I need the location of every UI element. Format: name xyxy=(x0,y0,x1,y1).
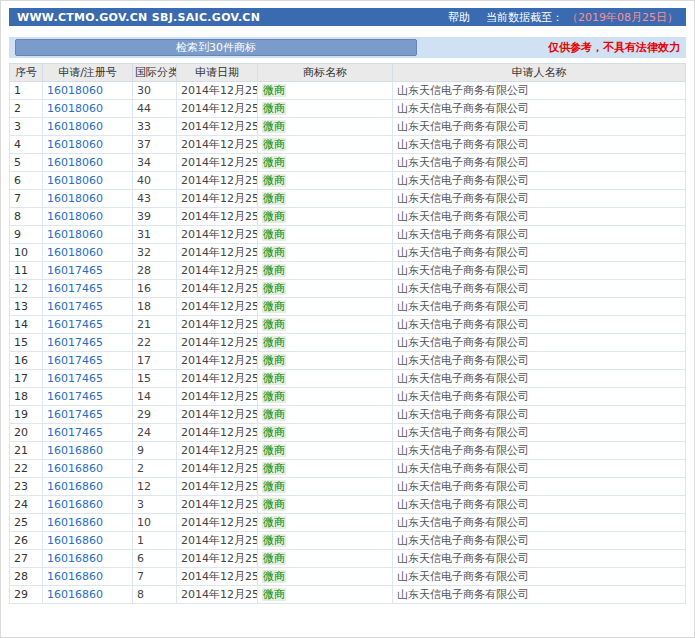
application-date-cell: 2014年12月25日 xyxy=(177,118,258,136)
trademark-name: 微商 xyxy=(262,462,286,475)
applicant-name-cell: 山东天信电子商务有限公司 xyxy=(393,208,686,226)
trademark-name-cell: 微商 xyxy=(258,226,393,244)
results-table: 序号 申请/注册号 国际分类 申请日期 商标名称 申请人名称 1 1601806… xyxy=(9,63,686,604)
table-row: 12 16017465 16 2014年12月25日 微商 山东天信电子商务有限… xyxy=(10,280,686,298)
application-number-cell: 16018060 xyxy=(43,82,133,100)
applicant-name-cell: 山东天信电子商务有限公司 xyxy=(393,118,686,136)
col-header-no: 序号 xyxy=(10,64,43,82)
applicant-name-cell: 山东天信电子商务有限公司 xyxy=(393,370,686,388)
application-date-cell: 2014年12月25日 xyxy=(177,532,258,550)
col-header-intl-class: 国际分类 xyxy=(133,64,177,82)
applicant-name-cell: 山东天信电子商务有限公司 xyxy=(393,424,686,442)
application-number-cell: 16016860 xyxy=(43,550,133,568)
trademark-name-cell: 微商 xyxy=(258,280,393,298)
application-number-link[interactable]: 16018060 xyxy=(47,174,103,187)
application-number-link[interactable]: 16016860 xyxy=(47,570,103,583)
applicant-name-cell: 山东天信电子商务有限公司 xyxy=(393,550,686,568)
help-link[interactable]: 帮助 xyxy=(448,10,470,25)
trademark-name: 微商 xyxy=(262,516,286,529)
application-number-link[interactable]: 16018060 xyxy=(47,246,103,259)
table-row: 18 16017465 14 2014年12月25日 微商 山东天信电子商务有限… xyxy=(10,388,686,406)
application-number-cell: 16018060 xyxy=(43,226,133,244)
row-number-cell: 10 xyxy=(10,244,43,262)
trademark-name: 微商 xyxy=(262,210,286,223)
applicant-name-cell: 山东天信电子商务有限公司 xyxy=(393,442,686,460)
row-number-cell: 24 xyxy=(10,496,43,514)
results-table-body: 1 16018060 30 2014年12月25日 微商 山东天信电子商务有限公… xyxy=(10,82,686,604)
trademark-name-cell: 微商 xyxy=(258,334,393,352)
application-number-link[interactable]: 16016860 xyxy=(47,498,103,511)
application-number-link[interactable]: 16018060 xyxy=(47,120,103,133)
application-number-link[interactable]: 16017465 xyxy=(47,390,103,403)
application-number-link[interactable]: 16016860 xyxy=(47,588,103,601)
trademark-name: 微商 xyxy=(262,84,286,97)
application-number-link[interactable]: 16016860 xyxy=(47,552,103,565)
application-date-cell: 2014年12月25日 xyxy=(177,154,258,172)
application-number-link[interactable]: 16016860 xyxy=(47,516,103,529)
table-row: 27 16016860 6 2014年12月25日 微商 山东天信电子商务有限公… xyxy=(10,550,686,568)
application-number-link[interactable]: 16018060 xyxy=(47,138,103,151)
disclaimer-text: 仅供参考，不具有法律效力 xyxy=(548,40,680,55)
applicant-name-cell: 山东天信电子商务有限公司 xyxy=(393,532,686,550)
application-number-link[interactable]: 16017465 xyxy=(47,426,103,439)
application-number-link[interactable]: 16017465 xyxy=(47,354,103,367)
application-number-link[interactable]: 16017465 xyxy=(47,300,103,313)
application-number-link[interactable]: 16016860 xyxy=(47,480,103,493)
applicant-name-cell: 山东天信电子商务有限公司 xyxy=(393,280,686,298)
intl-class-cell: 14 xyxy=(133,388,177,406)
application-number-link[interactable]: 16016860 xyxy=(47,534,103,547)
trademark-name-cell: 微商 xyxy=(258,244,393,262)
row-number-cell: 23 xyxy=(10,478,43,496)
trademark-name: 微商 xyxy=(262,534,286,547)
applicant-name-cell: 山东天信电子商务有限公司 xyxy=(393,478,686,496)
application-number-link[interactable]: 16017465 xyxy=(47,264,103,277)
trademark-name: 微商 xyxy=(262,300,286,313)
application-number-link[interactable]: 16016860 xyxy=(47,444,103,457)
application-number-cell: 16018060 xyxy=(43,118,133,136)
applicant-name-cell: 山东天信电子商务有限公司 xyxy=(393,352,686,370)
intl-class-cell: 39 xyxy=(133,208,177,226)
applicant-name-cell: 山东天信电子商务有限公司 xyxy=(393,334,686,352)
result-count-button[interactable]: 检索到30件商标 xyxy=(15,39,417,56)
trademark-name: 微商 xyxy=(262,192,286,205)
trademark-name: 微商 xyxy=(262,372,286,385)
application-number-link[interactable]: 16018060 xyxy=(47,102,103,115)
application-number-link[interactable]: 16017465 xyxy=(47,372,103,385)
trademark-name: 微商 xyxy=(262,120,286,133)
application-number-cell: 16017465 xyxy=(43,406,133,424)
intl-class-cell: 12 xyxy=(133,478,177,496)
trademark-name-cell: 微商 xyxy=(258,118,393,136)
application-number-cell: 16018060 xyxy=(43,154,133,172)
table-row: 17 16017465 15 2014年12月25日 微商 山东天信电子商务有限… xyxy=(10,370,686,388)
site-title: WWW.CTMO.GOV.CN SBJ.SAIC.GOV.CN xyxy=(17,11,260,24)
application-number-link[interactable]: 16018060 xyxy=(47,210,103,223)
application-number-link[interactable]: 16017465 xyxy=(47,336,103,349)
intl-class-cell: 37 xyxy=(133,136,177,154)
application-number-link[interactable]: 16018060 xyxy=(47,228,103,241)
top-bar-right: 帮助 当前数据截至：（2019年08月25日） xyxy=(448,10,678,25)
intl-class-cell: 33 xyxy=(133,118,177,136)
application-number-cell: 16017465 xyxy=(43,280,133,298)
applicant-name-cell: 山东天信电子商务有限公司 xyxy=(393,136,686,154)
trademark-name: 微商 xyxy=(262,318,286,331)
data-until-date: （2019年08月25日） xyxy=(567,11,678,24)
table-header-row: 序号 申请/注册号 国际分类 申请日期 商标名称 申请人名称 xyxy=(10,64,686,82)
application-date-cell: 2014年12月25日 xyxy=(177,172,258,190)
intl-class-cell: 6 xyxy=(133,550,177,568)
application-date-cell: 2014年12月25日 xyxy=(177,100,258,118)
row-number-cell: 6 xyxy=(10,172,43,190)
application-date-cell: 2014年12月25日 xyxy=(177,406,258,424)
intl-class-cell: 30 xyxy=(133,82,177,100)
application-number-link[interactable]: 16017465 xyxy=(47,282,103,295)
application-number-link[interactable]: 16016860 xyxy=(47,462,103,475)
application-number-link[interactable]: 16018060 xyxy=(47,192,103,205)
application-number-link[interactable]: 16018060 xyxy=(47,84,103,97)
application-number-link[interactable]: 16017465 xyxy=(47,318,103,331)
applicant-name-cell: 山东天信电子商务有限公司 xyxy=(393,406,686,424)
applicant-name-cell: 山东天信电子商务有限公司 xyxy=(393,388,686,406)
application-number-cell: 16018060 xyxy=(43,136,133,154)
row-number-cell: 14 xyxy=(10,316,43,334)
table-row: 11 16017465 28 2014年12月25日 微商 山东天信电子商务有限… xyxy=(10,262,686,280)
application-number-link[interactable]: 16017465 xyxy=(47,408,103,421)
application-number-link[interactable]: 16018060 xyxy=(47,156,103,169)
